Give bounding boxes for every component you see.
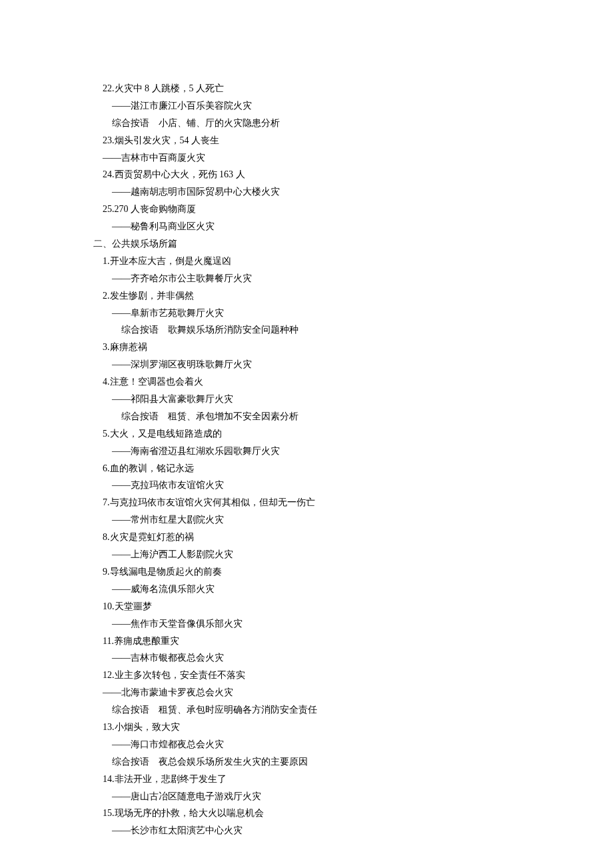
toc-line: 4.注意！空调器也会着火 xyxy=(93,373,520,391)
toc-line: ——齐齐哈尔市公主歌舞餐厅火灾 xyxy=(93,270,520,287)
toc-line: 综合按语 歌舞娱乐场所消防安全问题种种 xyxy=(93,321,520,339)
toc-line: ——吉林市中百商厦火灾 xyxy=(93,149,520,167)
toc-line: 25.270 人丧命购物商厦 xyxy=(93,201,520,218)
toc-line: 6.血的教训，铭记永远 xyxy=(93,460,520,477)
toc-line: 5.大火，又是电线短路造成的 xyxy=(93,425,520,443)
toc-line: ——上海沪西工人影剧院火灾 xyxy=(93,546,520,563)
toc-line: ——祁阳县大富豪歌舞厅火灾 xyxy=(93,391,520,408)
toc-line: 11.养痈成患酿重灾 xyxy=(93,633,520,650)
toc-line: 13.小烟头，致大灾 xyxy=(93,719,520,736)
toc-line: 综合按语 租赁、承包增加不安全因素分析 xyxy=(93,408,520,425)
toc-line: ——北海市蒙迪卡罗夜总会火灾 xyxy=(93,684,520,701)
toc-line: ——深圳罗湖区夜明珠歌舞厅火灾 xyxy=(93,356,520,373)
toc-line: 综合按语 租赁、承包时应明确各方消防安全责任 xyxy=(93,701,520,719)
toc-line: 9.导线漏电是物质起火的前奏 xyxy=(93,563,520,581)
toc-line: ——吉林市银都夜总会火灾 xyxy=(93,649,520,667)
document-page: 22.火灾中 8 人跳楼，5 人死亡 ——湛江市廉江小百乐美容院火灾 综合按语 … xyxy=(0,0,613,868)
toc-line: 10.天堂噩梦 xyxy=(93,598,520,615)
toc-line: 24.西贡贸易中心大火，死伤 163 人 xyxy=(93,166,520,183)
toc-line: 23.烟头引发火灾，54 人丧生 xyxy=(93,132,520,149)
toc-line: ——海南省澄迈县红湖欢乐园歌舞厅火灾 xyxy=(93,443,520,460)
toc-line: ——阜新市艺苑歌舞厅火灾 xyxy=(93,305,520,322)
toc-line: ——海口市煌都夜总会火灾 xyxy=(93,736,520,753)
toc-line: ——长沙市红太阳演艺中心火灾 xyxy=(93,822,520,839)
toc-line: ——常州市红星大剧院火灾 xyxy=(93,511,520,529)
toc-line: 综合按语 夜总会娱乐场所发生火灾的主要原因 xyxy=(93,753,520,771)
toc-line: ——湛江市廉江小百乐美容院火灾 xyxy=(93,97,520,115)
toc-line: 15.现场无序的扑救，给大火以喘息机会 xyxy=(93,805,520,822)
toc-line: 22.火灾中 8 人跳楼，5 人死亡 xyxy=(93,80,520,97)
toc-line: 2.发生惨剧，并非偶然 xyxy=(93,287,520,305)
toc-line: ——焦作市天堂音像俱乐部火灾 xyxy=(93,615,520,633)
content-block: 22.火灾中 8 人跳楼，5 人死亡 ——湛江市廉江小百乐美容院火灾 综合按语 … xyxy=(93,80,520,839)
toc-line: 12.业主多次转包，安全责任不落实 xyxy=(93,667,520,684)
toc-line: ——克拉玛依市友谊馆火灾 xyxy=(93,477,520,494)
toc-line: ——秘鲁利马商业区火灾 xyxy=(93,218,520,235)
toc-line: ——威海名流俱乐部火灾 xyxy=(93,581,520,598)
toc-line: 3.麻痹惹祸 xyxy=(93,339,520,356)
toc-line: 综合按语 小店、铺、厅的火灾隐患分析 xyxy=(93,115,520,132)
toc-line: ——越南胡志明市国际贸易中心大楼火灾 xyxy=(93,183,520,201)
toc-line: 二、公共娱乐场所篇 xyxy=(93,235,520,253)
toc-line: 14.非法开业，悲剧终于发生了 xyxy=(93,771,520,788)
toc-line: 7.与克拉玛依市友谊馆火灾何其相似，但却无一伤亡 xyxy=(93,494,520,511)
toc-line: 8.火灾是霓虹灯惹的祸 xyxy=(93,529,520,546)
toc-line: ——唐山古冶区随意电子游戏厅火灾 xyxy=(93,788,520,805)
toc-line: 1.开业本应大吉，倒是火魔逞凶 xyxy=(93,253,520,270)
